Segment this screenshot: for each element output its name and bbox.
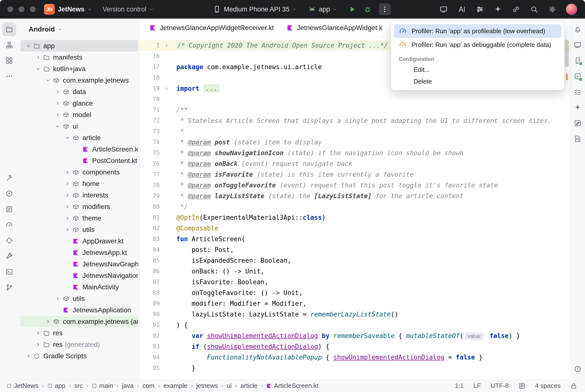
chevron-right-icon[interactable]: [34, 329, 42, 337]
line-number[interactable]: 87: [140, 277, 161, 288]
share-link-icon[interactable]: [512, 5, 520, 14]
layout-inspector-icon[interactable]: [571, 116, 584, 130]
tree-row[interactable]: JetnewsNavigation: [20, 270, 138, 281]
line-number[interactable]: 16: [140, 51, 161, 62]
line-number[interactable]: 88: [140, 288, 161, 298]
chevron-right-icon[interactable]: [24, 352, 33, 360]
commit-tool-icon[interactable]: [3, 38, 16, 52]
tree-row[interactable]: interests: [20, 190, 138, 201]
line-number[interactable]: 19: [140, 83, 161, 94]
more-tool-windows-icon[interactable]: [3, 70, 16, 83]
search-everywhere-icon[interactable]: [530, 5, 538, 14]
run-button[interactable]: [348, 6, 356, 13]
tree-row[interactable]: JetnewsNavGraph.: [20, 258, 138, 270]
write-access-lock-icon[interactable]: [570, 382, 577, 389]
warning-stripe-mark[interactable]: [566, 74, 568, 80]
line-number[interactable]: 90: [140, 309, 161, 320]
chevron-right-icon[interactable]: [34, 53, 42, 62]
line-number[interactable]: 92: [140, 330, 161, 341]
run-tool-icon[interactable]: [3, 187, 16, 200]
project-view-selector[interactable]: Android: [19, 18, 140, 40]
device-mirroring-icon[interactable]: [571, 38, 584, 52]
reader-mode-icon[interactable]: [518, 382, 525, 389]
tree-row[interactable]: PostContent.kt: [20, 155, 138, 166]
line-number[interactable]: 18: [140, 72, 161, 83]
breadcrumb-item[interactable]: example: [163, 382, 187, 390]
tree-row[interactable]: article: [20, 132, 138, 144]
popup-menu-item[interactable]: Delete: [394, 76, 561, 87]
line-number[interactable]: 93: [140, 341, 161, 352]
line-number[interactable]: 74: [140, 137, 161, 148]
caret-position[interactable]: 1:1: [455, 382, 464, 390]
tree-row[interactable]: components: [20, 166, 138, 178]
run-configuration-selector[interactable]: app: [308, 6, 337, 13]
tree-row[interactable]: utils: [20, 293, 138, 304]
chevron-down-icon[interactable]: [34, 65, 42, 73]
popup-menu-item[interactable]: Profiler: Run 'app' as profileable (low …: [394, 24, 561, 38]
line-number[interactable]: 89: [140, 298, 161, 309]
tree-row[interactable]: theme: [20, 212, 138, 224]
breadcrumb-item[interactable]: src: [74, 382, 83, 390]
line-number[interactable]: 1: [140, 40, 161, 51]
chevron-right-icon[interactable]: [63, 168, 72, 176]
notifications-bell-icon[interactable]: [571, 22, 584, 36]
breadcrumb-item[interactable]: ui: [227, 382, 232, 390]
ai-assistant-sparkle-icon[interactable]: [493, 5, 502, 14]
chevron-right-icon[interactable]: [54, 88, 62, 96]
debug-button[interactable]: [364, 6, 371, 13]
chevron-down-icon[interactable]: [54, 122, 62, 130]
tree-row[interactable]: res: [20, 327, 138, 339]
line-number[interactable]: 70: [140, 94, 161, 104]
line-number[interactable]: 95: [140, 363, 161, 374]
device-explorer-icon[interactable]: [3, 249, 16, 263]
line-number[interactable]: 73: [140, 126, 161, 137]
chevron-right-icon[interactable]: [63, 226, 72, 234]
line-number[interactable]: 91: [140, 320, 161, 330]
chevron-right-icon[interactable]: [54, 294, 62, 303]
breadcrumb-item[interactable]: app: [47, 382, 65, 390]
line-number[interactable]: 71: [140, 104, 161, 115]
logcat-icon[interactable]: [3, 202, 16, 216]
chevron-right-icon[interactable]: [63, 191, 72, 200]
popup-menu-item[interactable]: Profiler: Run 'app' as debuggable (compl…: [394, 38, 561, 52]
close-window-button[interactable]: [7, 6, 13, 12]
line-number[interactable]: 83: [140, 234, 161, 244]
breadcrumb-item[interactable]: article: [241, 382, 258, 390]
tree-row[interactable]: manifests: [20, 52, 138, 63]
tree-row[interactable]: modifiers: [20, 201, 138, 212]
chevron-right-icon[interactable]: [63, 214, 72, 222]
device-manager-icon[interactable]: [571, 54, 584, 68]
todo-checklist-icon[interactable]: [571, 85, 584, 99]
project-tool-icon[interactable]: [3, 22, 16, 36]
version-control-menu[interactable]: Version control: [103, 6, 154, 13]
chevron-down-icon[interactable]: [63, 134, 72, 142]
fold-marker-icon[interactable]: [161, 83, 172, 94]
terminal-icon[interactable]: [3, 265, 16, 278]
chevron-down-icon[interactable]: [24, 42, 33, 50]
build-icon[interactable]: [3, 171, 16, 185]
tree-row[interactable]: ArticleScreen.kt: [20, 144, 138, 155]
chevron-right-icon[interactable]: [34, 340, 42, 349]
tree-row[interactable]: utils: [20, 224, 138, 235]
tree-row[interactable]: app: [20, 40, 138, 52]
code-with-me-icon[interactable]: [457, 5, 466, 14]
line-number[interactable]: 17: [140, 62, 161, 72]
zoom-window-button[interactable]: [30, 6, 36, 12]
tree-row[interactable]: com.example.jetnews: [20, 74, 138, 86]
more-run-options-button[interactable]: [379, 4, 391, 15]
chevron-right-icon[interactable]: [54, 99, 62, 108]
profiler-tool-icon[interactable]: [3, 218, 16, 232]
file-encoding[interactable]: UTF-8: [491, 382, 509, 390]
device-streaming-icon[interactable]: [439, 5, 448, 14]
tree-row[interactable]: Gradle Scripts: [20, 350, 138, 362]
tree-row[interactable]: res (generated): [20, 339, 138, 350]
line-number[interactable]: 81: [140, 212, 161, 223]
breadcrumb-item[interactable]: jetnews: [196, 382, 218, 390]
chevron-right-icon[interactable]: [54, 111, 62, 119]
project-selector[interactable]: JN JetNews: [44, 4, 92, 15]
tree-row[interactable]: ui: [20, 120, 138, 132]
line-number[interactable]: 75: [140, 148, 161, 158]
tree-row[interactable]: MainActivity: [20, 281, 138, 293]
tree-row[interactable]: home: [20, 178, 138, 190]
user-avatar[interactable]: [566, 4, 577, 15]
